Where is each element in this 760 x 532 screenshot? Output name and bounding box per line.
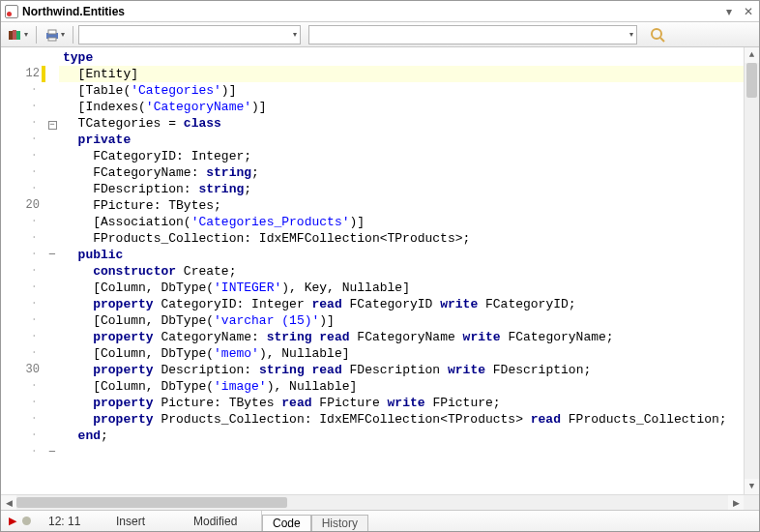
scroll-track[interactable] — [16, 495, 728, 510]
line-number-gutter: 122030 — [1, 47, 45, 494]
combo-member[interactable]: ▾ — [308, 25, 637, 44]
macro-play-icon[interactable]: ▶ — [9, 515, 16, 527]
caret-down-icon: ▾ — [24, 30, 28, 39]
scroll-right-icon[interactable]: ▶ — [728, 495, 744, 511]
scroll-thumb[interactable] — [746, 63, 757, 98]
macro-record-icon[interactable] — [22, 517, 31, 525]
vertical-scrollbar[interactable]: ▲ ▼ — [744, 47, 759, 494]
svg-rect-4 — [48, 30, 56, 34]
print-button[interactable]: ▾ — [42, 25, 68, 44]
insert-mode: Insert — [106, 511, 184, 531]
scrollbar-corner — [744, 495, 759, 511]
combo-scope[interactable]: ▾ — [78, 25, 301, 44]
horizontal-scrollbar[interactable]: ◀ ▶ — [1, 494, 759, 510]
svg-rect-0 — [9, 31, 13, 40]
svg-line-7 — [660, 38, 664, 42]
bottom-tabs: Code History — [262, 511, 368, 531]
scroll-up-icon[interactable]: ▲ — [745, 47, 759, 63]
scroll-thumb[interactable] — [16, 497, 287, 508]
toolbar-separator — [36, 26, 37, 44]
svg-rect-2 — [16, 31, 20, 40]
caret-down-icon: ▾ — [293, 30, 297, 39]
tab-code[interactable]: Code — [262, 515, 311, 532]
svg-point-6 — [652, 29, 661, 39]
cursor-position: 12: 11 — [39, 511, 106, 531]
code-editor[interactable]: 122030 −−− type [Entity] [Table('Categor… — [1, 47, 759, 494]
search-button[interactable] — [647, 25, 670, 44]
tab-history[interactable]: History — [311, 515, 368, 532]
chevron-down-icon[interactable]: ▾ — [722, 5, 736, 18]
books-button[interactable]: ▾ — [5, 25, 31, 44]
scroll-down-icon[interactable]: ▼ — [745, 479, 759, 494]
status-bar: ▶ 12: 11 Insert Modified Code History — [1, 510, 759, 531]
caret-down-icon: ▾ — [61, 30, 65, 39]
caret-down-icon: ▾ — [629, 30, 633, 39]
svg-rect-5 — [48, 38, 56, 41]
file-title: Northwind.Entities — [22, 5, 125, 18]
svg-rect-1 — [13, 30, 16, 40]
modified-state: Modified — [184, 511, 261, 531]
scroll-track[interactable] — [745, 63, 759, 479]
fold-column[interactable]: −−− — [45, 47, 59, 494]
close-icon[interactable]: ✕ — [742, 5, 755, 18]
title-bar: Northwind.Entities ▾ ✕ — [1, 1, 759, 22]
toolbar-separator — [73, 26, 73, 44]
file-icon — [5, 5, 18, 18]
scroll-left-icon[interactable]: ◀ — [1, 495, 16, 511]
toolbar: ▾ ▾ ▾ ▾ — [1, 22, 759, 47]
code-area[interactable]: type [Entity] [Table('Categories')] [Ind… — [59, 47, 744, 494]
